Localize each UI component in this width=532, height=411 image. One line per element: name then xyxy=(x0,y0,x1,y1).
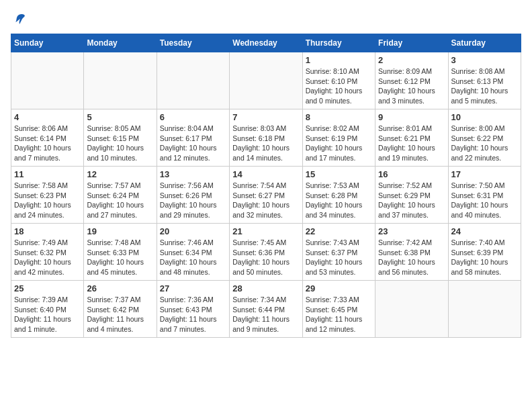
day-info: Sunrise: 7:46 AM Sunset: 6:34 PM Dayligh… xyxy=(160,238,226,277)
day-number: 19 xyxy=(87,226,153,236)
calendar-cell: 27Sunrise: 7:36 AM Sunset: 6:43 PM Dayli… xyxy=(157,281,229,338)
calendar-cell: 6Sunrise: 8:04 AM Sunset: 6:17 PM Daylig… xyxy=(157,109,229,167)
day-number: 8 xyxy=(306,112,372,122)
day-info: Sunrise: 7:45 AM Sunset: 6:36 PM Dayligh… xyxy=(232,238,299,277)
day-number: 24 xyxy=(451,226,518,236)
day-info: Sunrise: 7:53 AM Sunset: 6:28 PM Dayligh… xyxy=(306,181,372,220)
day-number: 11 xyxy=(14,169,81,179)
logo-bird-icon xyxy=(12,12,27,27)
calendar-cell: 2Sunrise: 8:09 AM Sunset: 6:12 PM Daylig… xyxy=(375,52,448,109)
day-number: 2 xyxy=(378,55,445,65)
calendar-cell xyxy=(448,281,521,338)
calendar-week-row: 25Sunrise: 7:39 AM Sunset: 6:40 PM Dayli… xyxy=(11,281,521,338)
calendar-cell: 3Sunrise: 8:08 AM Sunset: 6:13 PM Daylig… xyxy=(448,52,521,109)
day-number: 20 xyxy=(160,226,226,236)
calendar-cell: 23Sunrise: 7:42 AM Sunset: 6:38 PM Dayli… xyxy=(375,224,448,281)
day-number: 21 xyxy=(232,226,299,236)
calendar-cell xyxy=(230,52,302,109)
day-number: 1 xyxy=(306,55,372,65)
calendar-cell: 29Sunrise: 7:33 AM Sunset: 6:45 PM Dayli… xyxy=(302,281,375,338)
day-number: 13 xyxy=(160,169,226,179)
calendar-cell: 18Sunrise: 7:49 AM Sunset: 6:32 PM Dayli… xyxy=(11,224,84,281)
day-number: 25 xyxy=(14,283,81,293)
calendar-header-wednesday: Wednesday xyxy=(230,34,302,52)
calendar-cell: 13Sunrise: 7:56 AM Sunset: 6:26 PM Dayli… xyxy=(157,167,229,224)
day-info: Sunrise: 7:52 AM Sunset: 6:29 PM Dayligh… xyxy=(378,181,445,220)
calendar-cell: 5Sunrise: 8:05 AM Sunset: 6:15 PM Daylig… xyxy=(84,109,157,167)
day-number: 9 xyxy=(378,112,445,122)
calendar-header-thursday: Thursday xyxy=(302,34,375,52)
calendar-week-row: 4Sunrise: 8:06 AM Sunset: 6:14 PM Daylig… xyxy=(11,109,521,167)
calendar-cell: 19Sunrise: 7:48 AM Sunset: 6:33 PM Dayli… xyxy=(84,224,157,281)
day-number: 23 xyxy=(378,226,445,236)
day-info: Sunrise: 7:48 AM Sunset: 6:33 PM Dayligh… xyxy=(87,238,153,277)
day-info: Sunrise: 8:08 AM Sunset: 6:13 PM Dayligh… xyxy=(451,66,518,106)
calendar-cell: 9Sunrise: 8:01 AM Sunset: 6:21 PM Daylig… xyxy=(375,109,448,167)
calendar-week-row: 11Sunrise: 7:58 AM Sunset: 6:23 PM Dayli… xyxy=(11,167,521,224)
calendar-header-sunday: Sunday xyxy=(11,34,84,52)
day-info: Sunrise: 8:06 AM Sunset: 6:14 PM Dayligh… xyxy=(14,124,81,163)
day-info: Sunrise: 7:40 AM Sunset: 6:39 PM Dayligh… xyxy=(451,238,518,277)
calendar-header-friday: Friday xyxy=(375,34,448,52)
logo xyxy=(11,13,27,27)
day-info: Sunrise: 7:50 AM Sunset: 6:31 PM Dayligh… xyxy=(451,181,518,220)
day-info: Sunrise: 7:42 AM Sunset: 6:38 PM Dayligh… xyxy=(378,238,445,277)
day-info: Sunrise: 8:10 AM Sunset: 6:10 PM Dayligh… xyxy=(306,66,372,106)
day-info: Sunrise: 8:04 AM Sunset: 6:17 PM Dayligh… xyxy=(160,124,226,163)
calendar-cell xyxy=(157,52,229,109)
calendar-cell xyxy=(84,52,157,109)
calendar-cell: 21Sunrise: 7:45 AM Sunset: 6:36 PM Dayli… xyxy=(230,224,302,281)
day-info: Sunrise: 8:03 AM Sunset: 6:18 PM Dayligh… xyxy=(232,124,299,163)
day-number: 5 xyxy=(87,112,153,122)
calendar-cell xyxy=(11,52,84,109)
day-number: 22 xyxy=(306,226,372,236)
day-number: 27 xyxy=(160,283,226,293)
calendar-cell: 7Sunrise: 8:03 AM Sunset: 6:18 PM Daylig… xyxy=(230,109,302,167)
day-number: 15 xyxy=(306,169,372,179)
day-info: Sunrise: 8:01 AM Sunset: 6:21 PM Dayligh… xyxy=(378,124,445,163)
calendar-cell: 26Sunrise: 7:37 AM Sunset: 6:42 PM Dayli… xyxy=(84,281,157,338)
day-info: Sunrise: 7:39 AM Sunset: 6:40 PM Dayligh… xyxy=(14,295,81,334)
day-number: 14 xyxy=(232,169,299,179)
day-info: Sunrise: 7:57 AM Sunset: 6:24 PM Dayligh… xyxy=(87,181,153,220)
day-info: Sunrise: 7:49 AM Sunset: 6:32 PM Dayligh… xyxy=(14,238,81,277)
calendar-cell: 20Sunrise: 7:46 AM Sunset: 6:34 PM Dayli… xyxy=(157,224,229,281)
day-info: Sunrise: 7:34 AM Sunset: 6:44 PM Dayligh… xyxy=(232,295,299,334)
day-number: 26 xyxy=(87,283,153,293)
calendar-cell: 1Sunrise: 8:10 AM Sunset: 6:10 PM Daylig… xyxy=(302,52,375,109)
day-number: 10 xyxy=(451,112,518,122)
calendar-cell: 15Sunrise: 7:53 AM Sunset: 6:28 PM Dayli… xyxy=(302,167,375,224)
day-info: Sunrise: 7:56 AM Sunset: 6:26 PM Dayligh… xyxy=(160,181,226,220)
calendar-header-tuesday: Tuesday xyxy=(157,34,229,52)
day-number: 29 xyxy=(306,283,372,293)
day-info: Sunrise: 8:02 AM Sunset: 6:19 PM Dayligh… xyxy=(306,124,372,163)
day-info: Sunrise: 8:09 AM Sunset: 6:12 PM Dayligh… xyxy=(378,66,445,106)
day-info: Sunrise: 7:33 AM Sunset: 6:45 PM Dayligh… xyxy=(306,295,372,334)
calendar-cell: 12Sunrise: 7:57 AM Sunset: 6:24 PM Dayli… xyxy=(84,167,157,224)
calendar-cell: 24Sunrise: 7:40 AM Sunset: 6:39 PM Dayli… xyxy=(448,224,521,281)
calendar-cell: 22Sunrise: 7:43 AM Sunset: 6:37 PM Dayli… xyxy=(302,224,375,281)
calendar-cell: 25Sunrise: 7:39 AM Sunset: 6:40 PM Dayli… xyxy=(11,281,84,338)
day-number: 28 xyxy=(232,283,299,293)
calendar-header-saturday: Saturday xyxy=(448,34,521,52)
calendar-cell: 8Sunrise: 8:02 AM Sunset: 6:19 PM Daylig… xyxy=(302,109,375,167)
day-info: Sunrise: 7:37 AM Sunset: 6:42 PM Dayligh… xyxy=(87,295,153,334)
calendar-cell: 4Sunrise: 8:06 AM Sunset: 6:14 PM Daylig… xyxy=(11,109,84,167)
day-info: Sunrise: 8:05 AM Sunset: 6:15 PM Dayligh… xyxy=(87,124,153,163)
day-number: 18 xyxy=(14,226,81,236)
calendar-cell: 14Sunrise: 7:54 AM Sunset: 6:27 PM Dayli… xyxy=(230,167,302,224)
day-info: Sunrise: 8:00 AM Sunset: 6:22 PM Dayligh… xyxy=(451,124,518,163)
day-info: Sunrise: 7:58 AM Sunset: 6:23 PM Dayligh… xyxy=(14,181,81,220)
calendar-table: SundayMondayTuesdayWednesdayThursdayFrid… xyxy=(11,34,521,338)
calendar-cell: 10Sunrise: 8:00 AM Sunset: 6:22 PM Dayli… xyxy=(448,109,521,167)
day-number: 6 xyxy=(160,112,226,122)
calendar-cell: 17Sunrise: 7:50 AM Sunset: 6:31 PM Dayli… xyxy=(448,167,521,224)
day-number: 12 xyxy=(87,169,153,179)
calendar-cell: 28Sunrise: 7:34 AM Sunset: 6:44 PM Dayli… xyxy=(230,281,302,338)
calendar-header-row: SundayMondayTuesdayWednesdayThursdayFrid… xyxy=(11,34,521,52)
day-number: 3 xyxy=(451,55,518,65)
day-number: 16 xyxy=(378,169,445,179)
day-number: 4 xyxy=(14,112,81,122)
calendar-week-row: 18Sunrise: 7:49 AM Sunset: 6:32 PM Dayli… xyxy=(11,224,521,281)
day-info: Sunrise: 7:43 AM Sunset: 6:37 PM Dayligh… xyxy=(306,238,372,277)
